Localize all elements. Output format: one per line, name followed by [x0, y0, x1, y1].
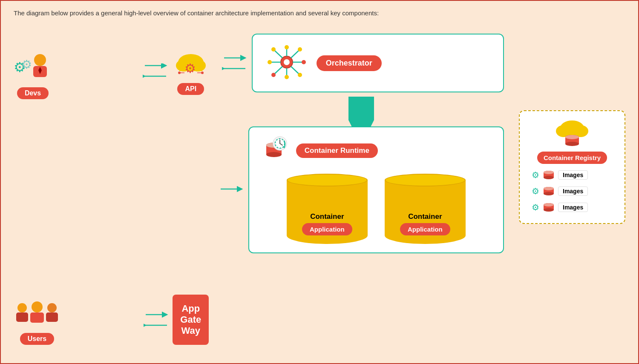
down-arrow-container — [219, 97, 504, 126]
image3-row: ⚙ Images — [528, 201, 616, 214]
db3-icon — [543, 203, 555, 212]
orchestrator-icon — [265, 43, 308, 83]
svg-point-5 — [17, 303, 27, 312]
devs-label: Devs — [17, 87, 49, 99]
api-icon: ⚙ — [172, 51, 210, 80]
runtime-svg — [262, 136, 290, 163]
runtime-node: Container Runtime Container Application — [248, 126, 504, 253]
svg-rect-10 — [30, 312, 44, 323]
db1-icon — [543, 170, 555, 180]
images2-label: Images — [558, 186, 588, 196]
gear1-icon: ⚙ — [532, 170, 539, 180]
orch-svg — [265, 43, 308, 81]
svg-text:⚙: ⚙ — [21, 58, 32, 71]
registry-header: Container Registry — [528, 118, 616, 164]
svg-point-76 — [544, 203, 554, 206]
svg-point-71 — [544, 192, 554, 195]
svg-rect-8 — [46, 312, 58, 322]
col-middle: Orchestrator — [210, 25, 508, 364]
images1-label: Images — [558, 170, 588, 180]
svg-point-43 — [298, 73, 302, 77]
app2-label: Application — [400, 223, 450, 235]
containers-row: Container Application Container Applicat… — [262, 174, 490, 244]
container2: Container Application — [383, 174, 468, 244]
users-label: Users — [20, 333, 54, 345]
cylinder1-body: Container Application — [287, 180, 368, 244]
users-icon — [14, 298, 60, 330]
svg-point-7 — [47, 303, 57, 312]
svg-point-63 — [565, 142, 579, 146]
gw-to-users-arrow — [144, 321, 169, 330]
full-layout: ⚙ ⚙ Devs — [14, 25, 625, 364]
svg-rect-6 — [16, 312, 28, 322]
orchestrator-row: Orchestrator — [219, 34, 504, 92]
svg-point-37 — [271, 47, 276, 52]
image2-row: ⚙ Images — [528, 184, 616, 198]
diagram-wrapper: The diagram below provides a general hig… — [1, 1, 638, 363]
api-svg-icon: ⚙ — [172, 51, 210, 80]
col-right: Container Registry ⚙ Images ⚙ — [508, 25, 625, 364]
big-down-arrow — [348, 97, 374, 126]
api-label: API — [177, 83, 204, 95]
svg-point-33 — [268, 60, 272, 64]
gateway-label: AppGateWay — [180, 303, 201, 336]
registry-node: Container Registry ⚙ Images ⚙ — [519, 110, 625, 224]
svg-point-9 — [32, 301, 43, 312]
devs-svg-icon: ⚙ ⚙ — [14, 51, 52, 85]
svg-line-40 — [275, 66, 282, 74]
svg-text:⚙: ⚙ — [184, 61, 196, 75]
svg-point-49 — [266, 152, 282, 157]
runtime-area: Container Runtime Container Application — [219, 126, 504, 253]
svg-line-36 — [275, 51, 282, 58]
devs-icon: ⚙ ⚙ — [14, 51, 52, 85]
container1: Container Application — [285, 174, 370, 244]
svg-point-27 — [284, 59, 290, 65]
devs-node: ⚙ ⚙ Devs — [14, 51, 52, 99]
container2-label: Container — [408, 212, 442, 221]
cylinder1-top — [287, 174, 368, 186]
runtime-header: Container Runtime — [262, 136, 490, 165]
col-mid-left: ⚙ API — [139, 25, 210, 364]
gear3-icon: ⚙ — [532, 202, 539, 212]
gw-runtime-arrow — [219, 185, 244, 195]
registry-svg — [551, 118, 593, 147]
svg-point-29 — [285, 45, 289, 49]
svg-point-35 — [302, 60, 306, 64]
svg-point-68 — [544, 171, 554, 174]
svg-point-64 — [565, 135, 579, 139]
orchestrator-label: Orchestrator — [317, 55, 382, 71]
svg-point-67 — [544, 176, 554, 179]
users-svg-icon — [14, 298, 60, 330]
svg-point-2 — [34, 54, 46, 66]
arrow-left-svg — [143, 74, 168, 83]
api-orch-arrow — [222, 54, 248, 73]
db2-icon — [543, 186, 555, 196]
cylinder2-body: Container Application — [385, 180, 466, 244]
svg-point-75 — [544, 208, 554, 212]
devs-api-arrow — [143, 63, 168, 83]
users-gateway-arrows — [144, 310, 169, 330]
gear2-icon: ⚙ — [532, 186, 539, 196]
gateway-node: AppGateWay — [173, 295, 209, 345]
col-left: ⚙ ⚙ Devs — [14, 25, 139, 364]
gateway-row: AppGateWay — [140, 295, 209, 345]
app1-label: Application — [302, 223, 352, 235]
api-to-orch — [222, 54, 248, 62]
gw-to-runtime-arrow — [219, 185, 244, 193]
svg-point-41 — [271, 73, 276, 77]
svg-point-39 — [298, 47, 302, 52]
svg-marker-45 — [353, 117, 370, 126]
devs-api-row: ⚙ API — [139, 51, 210, 95]
svg-point-31 — [285, 75, 289, 79]
runtime-icon — [262, 136, 290, 165]
api-node: ⚙ API — [172, 51, 210, 95]
users-node: Users — [14, 298, 60, 345]
svg-point-72 — [544, 187, 554, 190]
registry-label: Container Registry — [537, 152, 607, 164]
svg-line-38 — [291, 51, 299, 58]
arrow-right-svg — [143, 63, 168, 72]
runtime-label: Container Runtime — [296, 143, 378, 158]
registry-icon — [551, 118, 593, 149]
orchestrator-node: Orchestrator — [252, 34, 504, 92]
orch-to-api — [222, 64, 248, 73]
